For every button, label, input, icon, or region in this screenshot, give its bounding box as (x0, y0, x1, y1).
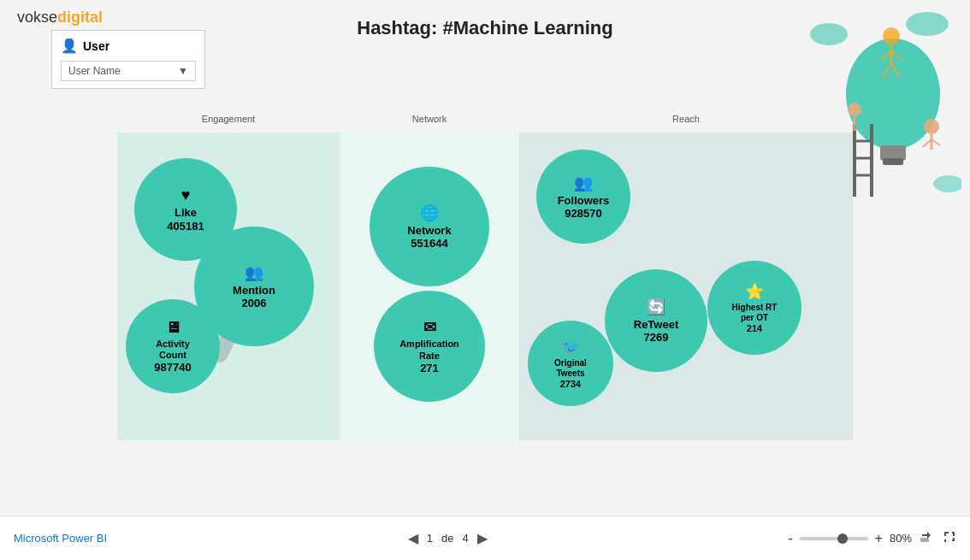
mention-value: 2006 (242, 297, 267, 309)
svg-rect-24 (920, 538, 929, 542)
logo-text: voksedigital (17, 9, 103, 26)
retweet-label: ReTweet (634, 318, 679, 332)
zoom-slider[interactable] (800, 537, 868, 540)
logo-area: voksedigital (17, 9, 103, 27)
engagement-section: Engagement ♥ Like 405181 👥 Mention 2006 … (117, 133, 340, 440)
viz-container: Engagement ♥ Like 405181 👥 Mention 2006 … (117, 133, 853, 440)
logo-highlight: digital (57, 9, 103, 26)
mention-label: Mention (233, 284, 275, 298)
svg-point-20 (810, 23, 848, 45)
pagination-next[interactable]: ▶ (477, 530, 488, 546)
pagination-total: 4 (462, 532, 468, 545)
user-icon: 👤 (61, 38, 78, 54)
original-tweets-label: OriginalTweets (554, 358, 587, 379)
highest-rt-bubble: ⭐ Highest RTper OT 214 (707, 261, 801, 355)
network-bubble-label: Network (407, 224, 451, 238)
original-tweets-icon: 🐦 (561, 338, 580, 357)
like-label: Like (174, 206, 197, 220)
like-value: 405181 (167, 220, 204, 233)
reach-section: Reach 👥 Followers 928570 🔄 ReTweet 7269 … (519, 133, 853, 440)
svg-point-8 (883, 27, 900, 44)
bottom-icons (919, 530, 956, 546)
activity-icon: 🖥 (165, 319, 180, 337)
power-bi-link[interactable]: Microsoft Power BI (14, 532, 107, 545)
amplification-value: 271 (420, 362, 439, 374)
followers-icon: 👥 (574, 174, 593, 192)
share-icon[interactable] (919, 530, 932, 546)
mention-icon: 👥 (245, 263, 263, 282)
like-icon: ♥ (181, 186, 191, 204)
highest-rt-label: Highest RTper OT (732, 303, 778, 323)
network-section: Network 🌐 Network 551644 ✉ Amplification… (340, 133, 519, 440)
followers-bubble: 👥 Followers 928570 (536, 150, 630, 244)
network-bubble: 🌐 Network 551644 (370, 167, 489, 286)
pagination-current: 1 (427, 532, 433, 545)
svg-line-12 (883, 64, 891, 77)
svg-line-11 (891, 51, 902, 60)
fullscreen-icon[interactable] (943, 530, 956, 546)
zoom-bar: - + 80% (788, 530, 956, 546)
pagination-prev[interactable]: ◀ (408, 530, 418, 546)
dropdown-arrow-icon: ▼ (178, 65, 188, 77)
zoom-plus[interactable]: + (875, 531, 883, 546)
amplification-bubble: ✉ AmplificationRate 271 (374, 291, 485, 402)
zoom-minus[interactable]: - (788, 531, 792, 546)
svg-line-19 (923, 139, 932, 147)
svg-point-21 (906, 12, 949, 36)
logo-normal: vokse (17, 9, 57, 26)
original-tweets-bubble: 🐦 OriginalTweets 2734 (528, 321, 613, 406)
amplification-label: AmplificationRate (399, 339, 459, 361)
user-panel-header: 👤 User (61, 38, 196, 54)
page-title: Hashtag: #Machine Learning (357, 17, 613, 39)
network-bubble-value: 551644 (411, 237, 447, 250)
user-dropdown[interactable]: User Name ▼ (61, 61, 196, 81)
network-label: Network (340, 114, 519, 124)
engagement-label: Engagement (117, 114, 340, 124)
svg-line-18 (932, 139, 940, 145)
svg-point-16 (924, 119, 939, 134)
highest-rt-value: 214 (747, 323, 762, 333)
svg-line-10 (880, 51, 891, 60)
pagination: ◀ 1 de 4 ▶ (408, 530, 488, 546)
svg-rect-2 (883, 158, 903, 165)
retweet-value: 7269 (644, 331, 669, 344)
activity-label: ActivityCount (156, 339, 190, 361)
zoom-slider-thumb (837, 533, 848, 544)
svg-rect-1 (880, 145, 906, 161)
network-icon: 🌐 (420, 203, 439, 222)
user-name-label: User Name (68, 65, 121, 77)
amplification-icon: ✉ (423, 318, 436, 337)
followers-label: Followers (558, 194, 610, 208)
user-title: User (83, 39, 109, 53)
reach-label: Reach (519, 114, 853, 124)
retweet-icon: 🔄 (647, 298, 665, 316)
svg-line-13 (891, 64, 900, 77)
bottom-bar: Microsoft Power BI ◀ 1 de 4 ▶ - + 80% (0, 516, 970, 560)
activity-value: 987740 (154, 361, 191, 374)
followers-value: 928570 (565, 207, 601, 220)
user-panel: 👤 User User Name ▼ (51, 30, 205, 89)
svg-point-0 (846, 38, 940, 150)
original-tweets-value: 2734 (560, 379, 581, 389)
highest-rt-icon: ⭐ (745, 282, 764, 301)
svg-point-22 (933, 175, 961, 192)
mention-bubble: 👥 Mention 2006 (194, 227, 314, 346)
zoom-percent: 80% (890, 532, 912, 545)
pagination-separator: de (441, 532, 453, 545)
retweet-bubble: 🔄 ReTweet 7269 (605, 269, 707, 372)
